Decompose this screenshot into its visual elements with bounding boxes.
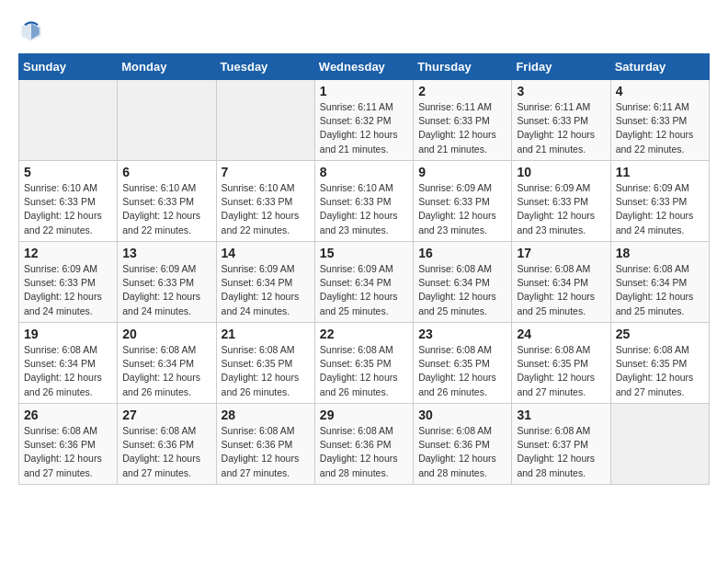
calendar-header: SundayMondayTuesdayWednesdayThursdayFrid… <box>19 54 710 80</box>
calendar-cell: 9Sunrise: 6:09 AM Sunset: 6:33 PM Daylig… <box>414 161 512 242</box>
logo-icon <box>18 18 44 44</box>
calendar-cell: 13Sunrise: 6:09 AM Sunset: 6:33 PM Dayli… <box>118 242 216 323</box>
weekday-header-thursday: Thursday <box>414 54 512 80</box>
day-number: 10 <box>517 165 605 179</box>
logo <box>18 18 48 44</box>
calendar-cell: 24Sunrise: 6:08 AM Sunset: 6:35 PM Dayli… <box>512 323 610 404</box>
calendar-cell: 31Sunrise: 6:08 AM Sunset: 6:37 PM Dayli… <box>512 404 610 485</box>
weekday-header-saturday: Saturday <box>610 54 709 80</box>
weekday-header-tuesday: Tuesday <box>216 54 314 80</box>
day-info: Sunrise: 6:08 AM Sunset: 6:36 PM Dayligh… <box>320 424 408 480</box>
day-number: 20 <box>122 327 210 341</box>
day-info: Sunrise: 6:09 AM Sunset: 6:34 PM Dayligh… <box>222 262 310 318</box>
day-info: Sunrise: 6:08 AM Sunset: 6:36 PM Dayligh… <box>222 424 310 480</box>
calendar-cell: 17Sunrise: 6:08 AM Sunset: 6:34 PM Dayli… <box>512 242 610 323</box>
calendar-week-1: 1Sunrise: 6:11 AM Sunset: 6:32 PM Daylig… <box>19 80 710 161</box>
calendar-cell <box>610 404 709 485</box>
calendar-week-2: 5Sunrise: 6:10 AM Sunset: 6:33 PM Daylig… <box>19 161 710 242</box>
calendar-cell: 26Sunrise: 6:08 AM Sunset: 6:36 PM Dayli… <box>19 404 118 485</box>
day-info: Sunrise: 6:08 AM Sunset: 6:34 PM Dayligh… <box>24 343 112 399</box>
calendar-cell: 21Sunrise: 6:08 AM Sunset: 6:35 PM Dayli… <box>216 323 314 404</box>
calendar-cell: 2Sunrise: 6:11 AM Sunset: 6:33 PM Daylig… <box>414 80 512 161</box>
calendar-cell: 25Sunrise: 6:08 AM Sunset: 6:35 PM Dayli… <box>610 323 709 404</box>
day-number: 28 <box>222 408 310 422</box>
day-info: Sunrise: 6:10 AM Sunset: 6:33 PM Dayligh… <box>320 181 408 237</box>
calendar-cell: 16Sunrise: 6:08 AM Sunset: 6:34 PM Dayli… <box>414 242 512 323</box>
day-info: Sunrise: 6:09 AM Sunset: 6:33 PM Dayligh… <box>616 181 704 237</box>
day-number: 8 <box>320 165 408 179</box>
day-info: Sunrise: 6:09 AM Sunset: 6:33 PM Dayligh… <box>517 181 605 237</box>
day-number: 19 <box>24 327 112 341</box>
calendar-cell: 3Sunrise: 6:11 AM Sunset: 6:33 PM Daylig… <box>512 80 610 161</box>
day-info: Sunrise: 6:09 AM Sunset: 6:33 PM Dayligh… <box>122 262 210 318</box>
day-number: 22 <box>320 327 408 341</box>
page-header <box>18 18 710 44</box>
calendar-cell: 5Sunrise: 6:10 AM Sunset: 6:33 PM Daylig… <box>19 161 118 242</box>
day-number: 14 <box>222 246 310 260</box>
calendar-cell: 29Sunrise: 6:08 AM Sunset: 6:36 PM Dayli… <box>314 404 413 485</box>
calendar-cell: 1Sunrise: 6:11 AM Sunset: 6:32 PM Daylig… <box>314 80 413 161</box>
calendar-week-3: 12Sunrise: 6:09 AM Sunset: 6:33 PM Dayli… <box>19 242 710 323</box>
calendar-cell: 28Sunrise: 6:08 AM Sunset: 6:36 PM Dayli… <box>216 404 314 485</box>
day-info: Sunrise: 6:08 AM Sunset: 6:34 PM Dayligh… <box>517 262 605 318</box>
day-number: 17 <box>517 246 605 260</box>
calendar-cell: 27Sunrise: 6:08 AM Sunset: 6:36 PM Dayli… <box>118 404 216 485</box>
day-info: Sunrise: 6:08 AM Sunset: 6:37 PM Dayligh… <box>517 424 605 480</box>
day-info: Sunrise: 6:08 AM Sunset: 6:35 PM Dayligh… <box>320 343 408 399</box>
day-number: 4 <box>616 84 704 98</box>
day-number: 25 <box>616 327 704 341</box>
calendar-cell: 15Sunrise: 6:09 AM Sunset: 6:34 PM Dayli… <box>314 242 413 323</box>
day-info: Sunrise: 6:09 AM Sunset: 6:33 PM Dayligh… <box>24 262 112 318</box>
day-info: Sunrise: 6:08 AM Sunset: 6:36 PM Dayligh… <box>24 424 112 480</box>
day-info: Sunrise: 6:09 AM Sunset: 6:34 PM Dayligh… <box>320 262 408 318</box>
calendar-cell: 30Sunrise: 6:08 AM Sunset: 6:36 PM Dayli… <box>414 404 512 485</box>
calendar-table: SundayMondayTuesdayWednesdayThursdayFrid… <box>18 53 710 485</box>
day-info: Sunrise: 6:08 AM Sunset: 6:36 PM Dayligh… <box>418 424 506 480</box>
day-number: 21 <box>222 327 310 341</box>
day-info: Sunrise: 6:08 AM Sunset: 6:35 PM Dayligh… <box>222 343 310 399</box>
calendar-cell <box>216 80 314 161</box>
day-info: Sunrise: 6:09 AM Sunset: 6:33 PM Dayligh… <box>418 181 506 237</box>
day-number: 11 <box>616 165 704 179</box>
day-number: 2 <box>418 84 506 98</box>
day-info: Sunrise: 6:08 AM Sunset: 6:34 PM Dayligh… <box>418 262 506 318</box>
calendar-cell: 20Sunrise: 6:08 AM Sunset: 6:34 PM Dayli… <box>118 323 216 404</box>
calendar-cell: 10Sunrise: 6:09 AM Sunset: 6:33 PM Dayli… <box>512 161 610 242</box>
calendar-cell <box>118 80 216 161</box>
day-number: 3 <box>517 84 605 98</box>
calendar-body: 1Sunrise: 6:11 AM Sunset: 6:32 PM Daylig… <box>19 80 710 485</box>
day-number: 6 <box>122 165 210 179</box>
calendar-week-5: 26Sunrise: 6:08 AM Sunset: 6:36 PM Dayli… <box>19 404 710 485</box>
day-info: Sunrise: 6:11 AM Sunset: 6:32 PM Dayligh… <box>320 100 408 156</box>
calendar-cell <box>19 80 118 161</box>
day-number: 18 <box>616 246 704 260</box>
weekday-header-row: SundayMondayTuesdayWednesdayThursdayFrid… <box>19 54 710 80</box>
calendar-cell: 14Sunrise: 6:09 AM Sunset: 6:34 PM Dayli… <box>216 242 314 323</box>
day-number: 23 <box>418 327 506 341</box>
weekday-header-friday: Friday <box>512 54 610 80</box>
day-info: Sunrise: 6:10 AM Sunset: 6:33 PM Dayligh… <box>24 181 112 237</box>
calendar-cell: 6Sunrise: 6:10 AM Sunset: 6:33 PM Daylig… <box>118 161 216 242</box>
calendar-cell: 22Sunrise: 6:08 AM Sunset: 6:35 PM Dayli… <box>314 323 413 404</box>
day-info: Sunrise: 6:08 AM Sunset: 6:35 PM Dayligh… <box>418 343 506 399</box>
calendar-cell: 8Sunrise: 6:10 AM Sunset: 6:33 PM Daylig… <box>314 161 413 242</box>
day-info: Sunrise: 6:11 AM Sunset: 6:33 PM Dayligh… <box>517 100 605 156</box>
calendar-cell: 4Sunrise: 6:11 AM Sunset: 6:33 PM Daylig… <box>610 80 709 161</box>
weekday-header-wednesday: Wednesday <box>314 54 413 80</box>
day-number: 13 <box>122 246 210 260</box>
calendar-cell: 7Sunrise: 6:10 AM Sunset: 6:33 PM Daylig… <box>216 161 314 242</box>
day-number: 1 <box>320 84 408 98</box>
calendar-cell: 23Sunrise: 6:08 AM Sunset: 6:35 PM Dayli… <box>414 323 512 404</box>
day-info: Sunrise: 6:11 AM Sunset: 6:33 PM Dayligh… <box>616 100 704 156</box>
day-info: Sunrise: 6:08 AM Sunset: 6:35 PM Dayligh… <box>517 343 605 399</box>
day-info: Sunrise: 6:08 AM Sunset: 6:34 PM Dayligh… <box>616 262 704 318</box>
day-number: 31 <box>517 408 605 422</box>
day-info: Sunrise: 6:08 AM Sunset: 6:34 PM Dayligh… <box>122 343 210 399</box>
day-info: Sunrise: 6:10 AM Sunset: 6:33 PM Dayligh… <box>222 181 310 237</box>
day-number: 24 <box>517 327 605 341</box>
day-number: 12 <box>24 246 112 260</box>
day-info: Sunrise: 6:10 AM Sunset: 6:33 PM Dayligh… <box>122 181 210 237</box>
day-info: Sunrise: 6:11 AM Sunset: 6:33 PM Dayligh… <box>418 100 506 156</box>
day-number: 9 <box>418 165 506 179</box>
calendar-week-4: 19Sunrise: 6:08 AM Sunset: 6:34 PM Dayli… <box>19 323 710 404</box>
